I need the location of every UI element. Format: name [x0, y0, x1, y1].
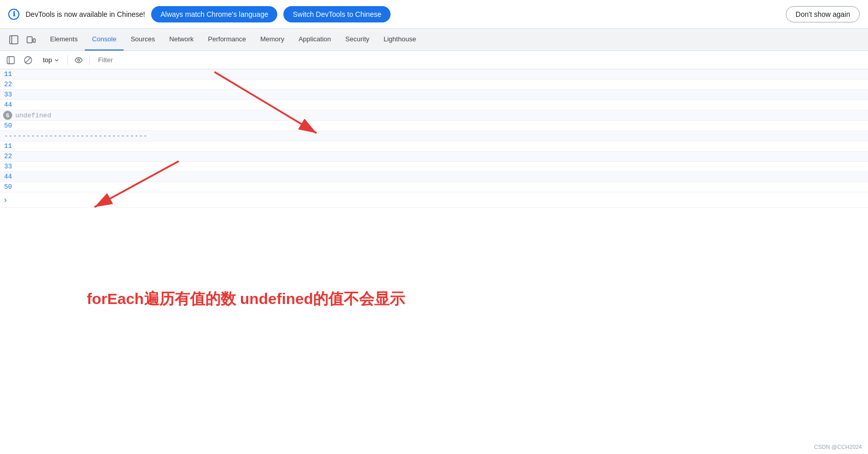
console-line: 50: [0, 182, 868, 192]
context-dropdown[interactable]: top: [39, 55, 63, 65]
undefined-value: undefined: [15, 112, 51, 119]
tab-bar: Elements Console Sources Network Perform…: [0, 29, 868, 51]
console-line: 33: [0, 162, 868, 172]
console-line: 11: [0, 69, 868, 80]
svg-line-7: [26, 57, 31, 63]
filter-input[interactable]: [94, 56, 864, 64]
console-separator-line: --------------------------------: [0, 131, 868, 141]
line-number: 50: [4, 122, 25, 130]
toolbar-divider: [67, 55, 68, 65]
tab-sources[interactable]: Sources: [124, 29, 162, 51]
tab-network[interactable]: Network: [162, 29, 201, 51]
console-toolbar: top: [0, 51, 868, 69]
notification-bar: ℹ DevTools is now available in Chinese! …: [0, 0, 868, 29]
tab-elements[interactable]: Elements: [43, 29, 85, 51]
line-number: 44: [4, 173, 25, 181]
console-undefined-line: 6 undefined: [0, 110, 868, 121]
device-icon[interactable]: [23, 32, 39, 47]
tab-lighthouse[interactable]: Lighthouse: [376, 29, 423, 51]
console-prompt-line[interactable]: ›: [0, 192, 868, 208]
line-number: 22: [4, 153, 25, 160]
toolbar-divider-2: [89, 55, 90, 65]
tab-memory[interactable]: Memory: [253, 29, 292, 51]
console-line: 50: [0, 121, 868, 131]
badge-number: 6: [3, 111, 12, 120]
console-output: 11 22 33 44 6 undefined 50 -------------…: [0, 69, 868, 454]
svg-rect-3: [33, 39, 35, 42]
notification-message: DevTools is now available in Chinese!: [26, 10, 145, 18]
red-annotation-text: forEach遍历有值的数 undefined的值不会显示: [87, 289, 405, 310]
console-line: 22: [0, 152, 868, 162]
svg-rect-2: [27, 37, 32, 43]
line-number: 33: [4, 91, 25, 98]
eye-button[interactable]: [72, 54, 85, 67]
tab-application[interactable]: Application: [292, 29, 339, 51]
console-line: 44: [0, 172, 868, 182]
switch-devtools-button[interactable]: Switch DevTools to Chinese: [283, 6, 391, 22]
undefined-badge: 6 undefined: [3, 111, 51, 120]
line-number: 33: [4, 163, 25, 170]
svg-rect-4: [7, 57, 14, 64]
svg-rect-0: [10, 36, 18, 44]
context-label: top: [43, 56, 52, 64]
clear-console-button[interactable]: [21, 54, 35, 67]
tab-bar-icons: [2, 29, 43, 51]
info-icon: ℹ: [8, 9, 19, 20]
console-line: 22: [0, 80, 868, 90]
svg-point-8: [78, 59, 80, 61]
always-match-button[interactable]: Always match Chrome's language: [151, 6, 277, 22]
console-line: 44: [0, 100, 868, 110]
tab-performance[interactable]: Performance: [201, 29, 253, 51]
console-line: 33: [0, 90, 868, 100]
console-line: 11: [0, 141, 868, 152]
line-number: 11: [4, 142, 25, 150]
dock-icon[interactable]: [6, 32, 21, 47]
line-number: 22: [4, 81, 25, 88]
watermark: CSDN @CCH2024: [814, 444, 862, 450]
tab-security[interactable]: Security: [338, 29, 376, 51]
line-number: 50: [4, 183, 25, 191]
dont-show-again-button[interactable]: Don't show again: [786, 6, 860, 22]
line-number: 44: [4, 101, 25, 109]
separator-text: --------------------------------: [4, 132, 148, 140]
line-number: 11: [4, 70, 25, 78]
sidebar-toggle-button[interactable]: [4, 54, 17, 67]
prompt-chevron: ›: [4, 195, 7, 205]
tab-console[interactable]: Console: [85, 29, 124, 51]
